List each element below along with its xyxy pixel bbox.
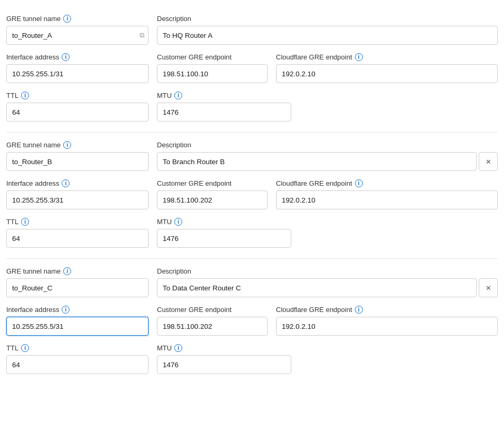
tunnel-2-interface-info-icon[interactable]: i (62, 179, 70, 187)
tunnel-3-mtu-info-icon[interactable]: i (174, 344, 182, 352)
tunnel-2-ttl-input[interactable] (6, 229, 149, 248)
tunnel-2-name-input-wrap (6, 152, 149, 171)
tunnel-1-interface-input[interactable] (6, 64, 149, 83)
tunnel-1-desc-input[interactable] (157, 26, 498, 45)
tunnel-3-cloudflare-gre-label: Cloudflare GRE endpoint i (276, 306, 498, 314)
tunnel-3-name-desc-row: GRE tunnel name iDescription✕ (6, 267, 498, 297)
tunnel-1-cloudflare-gre-label: Cloudflare GRE endpoint i (276, 53, 498, 61)
tunnel-1-interface-group: Interface address i (6, 53, 149, 83)
tunnel-1-customer-gre-label: Customer GRE endpoint (157, 53, 268, 61)
tunnel-2-interface-group: Interface address i (6, 179, 149, 209)
tunnel-1-mtu-group: MTU i (157, 92, 291, 122)
tunnel-3-desc-input[interactable] (157, 278, 477, 297)
tunnel-section-2: GRE tunnel name iDescription✕Interface a… (6, 135, 498, 259)
tunnel-3-interface-group: Interface address i (6, 306, 149, 336)
tunnel-2-endpoints-row: Interface address iCustomer GRE endpoint… (6, 179, 498, 209)
tunnel-3-delete-button[interactable]: ✕ (479, 278, 498, 297)
tunnel-3-customer-gre-group: Customer GRE endpoint (157, 306, 268, 336)
tunnel-1-name-label: GRE tunnel name i (6, 15, 149, 23)
tunnel-1-ttl-label: TTL i (6, 92, 149, 99)
page: GRE tunnel name i⧉DescriptionInterface a… (0, 0, 504, 395)
tunnel-1-desc-group: Description (157, 15, 498, 45)
tunnel-3-customer-gre-label: Customer GRE endpoint (157, 306, 268, 314)
tunnel-1-ttl-info-icon[interactable]: i (21, 92, 29, 99)
tunnel-3-mtu-input[interactable] (157, 355, 291, 374)
tunnel-3-ttl-group: TTL i (6, 344, 149, 374)
tunnel-2-ttl-group: TTL i (6, 218, 149, 248)
tunnel-3-name-group: GRE tunnel name i (6, 267, 149, 297)
tunnel-1-endpoints-row: Interface address iCustomer GRE endpoint… (6, 53, 498, 83)
tunnel-1-interface-label: Interface address i (6, 53, 149, 61)
tunnel-1-name-input-wrap: ⧉ (6, 26, 149, 45)
tunnel-1-name-info-icon[interactable]: i (63, 15, 71, 23)
tunnel-2-desc-input-row: ✕ (157, 152, 498, 171)
tunnel-3-name-input[interactable] (6, 278, 149, 297)
tunnel-2-delete-button[interactable]: ✕ (479, 152, 498, 171)
tunnel-3-desc-group: Description✕ (157, 267, 498, 297)
tunnel-2-ttl-mtu-row: TTL iMTU i (6, 218, 498, 248)
tunnel-1-copy-icon[interactable]: ⧉ (140, 31, 144, 39)
tunnel-2-customer-gre-group: Customer GRE endpoint (157, 179, 268, 209)
tunnel-3-mtu-group: MTU i (157, 344, 291, 374)
tunnel-2-mtu-group: MTU i (157, 218, 291, 248)
tunnel-1-name-desc-row: GRE tunnel name i⧉Description (6, 15, 498, 45)
tunnel-3-cloudflare-gre-input[interactable] (276, 317, 498, 336)
tunnel-3-interface-input[interactable] (6, 317, 149, 336)
tunnel-2-cloudflare-gre-info-icon[interactable]: i (355, 179, 363, 187)
tunnel-1-name-input[interactable] (6, 26, 149, 45)
tunnel-2-name-group: GRE tunnel name i (6, 141, 149, 171)
tunnel-3-ttl-label: TTL i (6, 344, 149, 352)
tunnel-2-name-info-icon[interactable]: i (63, 141, 71, 149)
tunnel-2-name-input[interactable] (6, 152, 149, 171)
tunnel-1-desc-input-row (157, 26, 498, 45)
tunnel-3-ttl-mtu-row: TTL iMTU i (6, 344, 498, 374)
tunnel-1-ttl-mtu-row: TTL iMTU i (6, 92, 498, 122)
tunnel-3-customer-gre-input[interactable] (157, 317, 268, 336)
tunnel-3-desc-input-row: ✕ (157, 278, 498, 297)
tunnel-2-customer-gre-input[interactable] (157, 190, 268, 209)
tunnel-1-cloudflare-gre-input[interactable] (276, 64, 498, 83)
tunnel-section-1: GRE tunnel name i⧉DescriptionInterface a… (6, 8, 498, 133)
tunnel-1-mtu-input[interactable] (157, 103, 291, 122)
tunnel-2-cloudflare-gre-label: Cloudflare GRE endpoint i (276, 179, 498, 187)
tunnel-3-cloudflare-gre-info-icon[interactable]: i (355, 306, 363, 314)
tunnel-3-name-info-icon[interactable]: i (63, 267, 71, 275)
tunnel-3-cloudflare-gre-group: Cloudflare GRE endpoint i (276, 306, 498, 336)
tunnel-3-ttl-input[interactable] (6, 355, 149, 374)
tunnel-1-customer-gre-group: Customer GRE endpoint (157, 53, 268, 83)
tunnel-2-cloudflare-gre-input[interactable] (276, 190, 498, 209)
tunnel-2-customer-gre-label: Customer GRE endpoint (157, 179, 268, 187)
tunnel-1-mtu-info-icon[interactable]: i (174, 92, 182, 99)
tunnel-2-mtu-input[interactable] (157, 229, 291, 248)
tunnel-2-desc-input[interactable] (157, 152, 477, 171)
tunnel-2-name-label: GRE tunnel name i (6, 141, 149, 149)
tunnel-2-name-desc-row: GRE tunnel name iDescription✕ (6, 141, 498, 171)
tunnel-2-desc-group: Description✕ (157, 141, 498, 171)
tunnel-2-interface-label: Interface address i (6, 179, 149, 187)
tunnel-3-ttl-info-icon[interactable]: i (21, 344, 29, 352)
tunnel-1-desc-label: Description (157, 15, 498, 23)
tunnel-3-interface-info-icon[interactable]: i (62, 306, 70, 314)
tunnel-3-name-input-wrap (6, 278, 149, 297)
tunnel-1-cloudflare-gre-group: Cloudflare GRE endpoint i (276, 53, 498, 83)
tunnel-section-3: GRE tunnel name iDescription✕Interface a… (6, 261, 498, 385)
tunnel-2-mtu-info-icon[interactable]: i (174, 218, 182, 226)
tunnel-2-ttl-label: TTL i (6, 218, 149, 226)
tunnel-2-ttl-info-icon[interactable]: i (21, 218, 29, 226)
tunnel-1-cloudflare-gre-info-icon[interactable]: i (355, 53, 363, 61)
tunnel-2-mtu-label: MTU i (157, 218, 291, 226)
tunnel-1-ttl-group: TTL i (6, 92, 149, 122)
tunnel-3-endpoints-row: Interface address iCustomer GRE endpoint… (6, 306, 498, 336)
tunnel-1-mtu-label: MTU i (157, 92, 291, 99)
tunnel-1-ttl-input[interactable] (6, 103, 149, 122)
tunnel-1-customer-gre-input[interactable] (157, 64, 268, 83)
tunnel-3-interface-label: Interface address i (6, 306, 149, 314)
tunnel-2-cloudflare-gre-group: Cloudflare GRE endpoint i (276, 179, 498, 209)
tunnel-2-desc-label: Description (157, 141, 498, 149)
tunnel-3-mtu-label: MTU i (157, 344, 291, 352)
tunnel-3-desc-label: Description (157, 267, 498, 275)
tunnel-1-interface-info-icon[interactable]: i (62, 53, 70, 61)
tunnel-3-name-label: GRE tunnel name i (6, 267, 149, 275)
tunnel-1-name-group: GRE tunnel name i⧉ (6, 15, 149, 45)
tunnel-2-interface-input[interactable] (6, 190, 149, 209)
